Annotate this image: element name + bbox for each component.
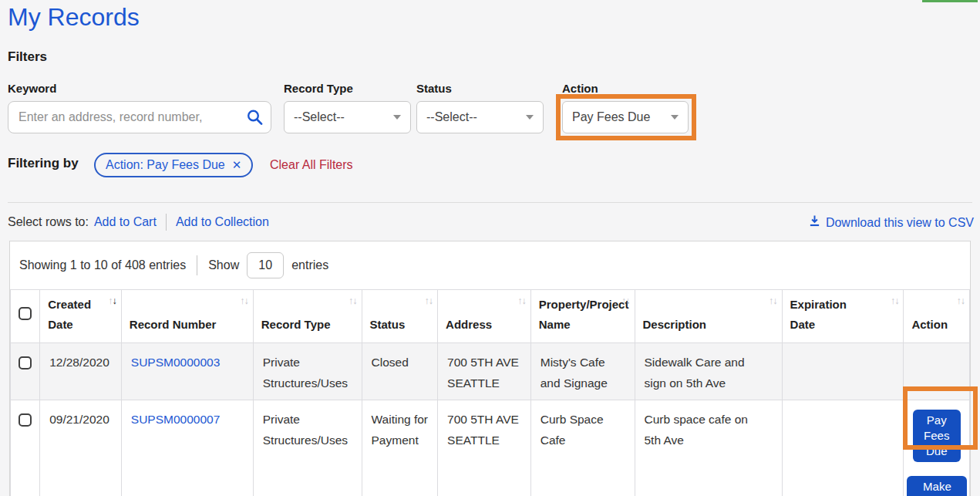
my-records-page: My Records Filters Keyword Record Type S… [0, 0, 980, 496]
select-all-checkbox[interactable] [19, 307, 32, 320]
sort-icon[interactable] [769, 296, 777, 306]
sort-icon[interactable] [349, 296, 357, 306]
chevron-down-icon [526, 115, 534, 120]
record-type-selected-value: --Select-- [294, 110, 345, 124]
sort-icon[interactable] [517, 296, 526, 306]
entries-label: entries [291, 258, 328, 272]
record-number-link[interactable]: SUPSM0000007 [131, 413, 220, 426]
column-header-record-number[interactable]: Record Number [121, 290, 253, 343]
status-cell: Waiting for Payment [362, 400, 438, 496]
select-rows-label: Select rows to: [8, 215, 89, 229]
green-button-fragment [922, 0, 978, 2]
filtering-by-label: Filtering by [8, 156, 79, 171]
chevron-down-icon [671, 115, 679, 120]
description-cell: Sidewalk Care and sign on 5th Ave [635, 343, 782, 400]
records-table-panel: Showing 1 to 10 of 408 entries Show entr… [9, 241, 971, 496]
status-label: Status [416, 82, 452, 95]
header-select-all-cell [11, 290, 40, 343]
vertical-separator [166, 214, 167, 231]
sort-icon[interactable] [108, 296, 116, 306]
status-cell: Closed [362, 343, 438, 400]
page-title: My Records [8, 3, 140, 32]
action-select[interactable]: Pay Fees Due [562, 101, 689, 133]
column-header-status[interactable]: Status [362, 290, 438, 343]
table-row: 09/21/2020 SUPSM0000007 Private Structur… [11, 400, 970, 496]
record-type-cell: Private Structures/Uses [253, 343, 362, 400]
column-header-record-type[interactable]: Record Type [253, 290, 362, 343]
chip-remove-icon[interactable]: ✕ [232, 158, 242, 172]
record-number-cell: SUPSM0000007 [121, 400, 253, 496]
table-row: 12/28/2020 SUPSM0000003 Private Structur… [11, 343, 970, 400]
show-label: Show [208, 258, 239, 272]
row-checkbox[interactable] [19, 356, 32, 369]
property-name-cell: Curb Space Cafe [530, 400, 635, 496]
action-selected-value: Pay Fees Due [572, 110, 650, 124]
expiration-date-cell [782, 400, 904, 496]
column-header-description[interactable]: Description [635, 290, 782, 343]
status-selected-value: --Select-- [426, 110, 477, 124]
download-csv-label: Download this view to CSV [826, 216, 974, 230]
column-header-expiration-date[interactable]: Expiration Date [782, 290, 904, 343]
row-checkbox-cell [11, 343, 40, 400]
record-type-select[interactable]: --Select-- [284, 101, 411, 133]
row-checkbox[interactable] [19, 413, 32, 427]
filter-chip-label: Action: Pay Fees Due [106, 158, 225, 172]
property-name-cell: Misty's Cafe and Signage [530, 343, 635, 400]
record-number-cell: SUPSM0000003 [121, 343, 253, 400]
keyword-label: Keyword [8, 82, 56, 95]
column-header-action[interactable]: Action [904, 290, 970, 343]
created-date-cell: 12/28/2020 [40, 343, 122, 400]
page-size-input[interactable] [247, 252, 284, 278]
active-filter-chip[interactable]: Action: Pay Fees Due ✕ [94, 153, 253, 177]
pay-fees-due-button[interactable]: Pay Fees Due [913, 410, 961, 462]
download-csv-link[interactable]: Download this view to CSV [809, 214, 974, 231]
column-header-property-name[interactable]: Property/Project Name [530, 290, 635, 343]
action-cell [904, 343, 970, 400]
keyword-search-group [8, 101, 271, 133]
add-to-collection-link[interactable]: Add to Collection [176, 215, 269, 229]
vertical-separator [197, 255, 197, 275]
description-cell: Curb space cafe on 5th Ave [635, 400, 782, 496]
records-table: Created Date Record Number Record Type S… [10, 289, 970, 496]
record-type-cell: Private Structures/Uses [253, 400, 362, 496]
action-label: Action [562, 82, 598, 95]
action-cell: Pay Fees Due Make Changes [904, 400, 970, 496]
sort-icon[interactable] [891, 296, 899, 306]
add-to-cart-link[interactable]: Add to Cart [94, 215, 157, 229]
sort-icon[interactable] [240, 296, 248, 306]
expiration-date-cell [782, 343, 904, 400]
chevron-down-icon [393, 115, 401, 120]
column-header-address[interactable]: Address [438, 290, 531, 343]
address-cell: 700 5TH AVE SEATTLE [438, 400, 531, 496]
status-select[interactable]: --Select-- [416, 101, 544, 133]
search-button[interactable] [244, 108, 264, 127]
created-date-cell: 09/21/2020 [40, 400, 122, 496]
entries-summary: Showing 1 to 10 of 408 entries [19, 258, 186, 272]
filters-heading: Filters [8, 49, 47, 65]
search-icon [245, 117, 264, 129]
sort-icon[interactable] [425, 296, 433, 306]
row-actions-bar: Select rows to: Add to Cart Add to Colle… [8, 214, 269, 231]
sort-icon[interactable] [621, 296, 630, 306]
keyword-input[interactable] [8, 101, 271, 133]
address-cell: 700 5TH AVE SEATTLE [438, 343, 531, 400]
column-header-created-date[interactable]: Created Date [40, 290, 122, 343]
download-icon [809, 214, 820, 231]
table-header-row: Created Date Record Number Record Type S… [11, 290, 970, 343]
make-changes-button[interactable]: Make Changes [907, 476, 967, 496]
clear-all-filters-link[interactable]: Clear All Filters [270, 158, 353, 172]
sort-icon[interactable] [957, 296, 965, 306]
row-checkbox-cell [11, 400, 40, 496]
record-number-link[interactable]: SUPSM0000003 [131, 356, 220, 369]
table-info-bar: Showing 1 to 10 of 408 entries Show entr… [10, 241, 970, 289]
section-divider [8, 202, 972, 203]
record-type-label: Record Type [284, 82, 353, 95]
